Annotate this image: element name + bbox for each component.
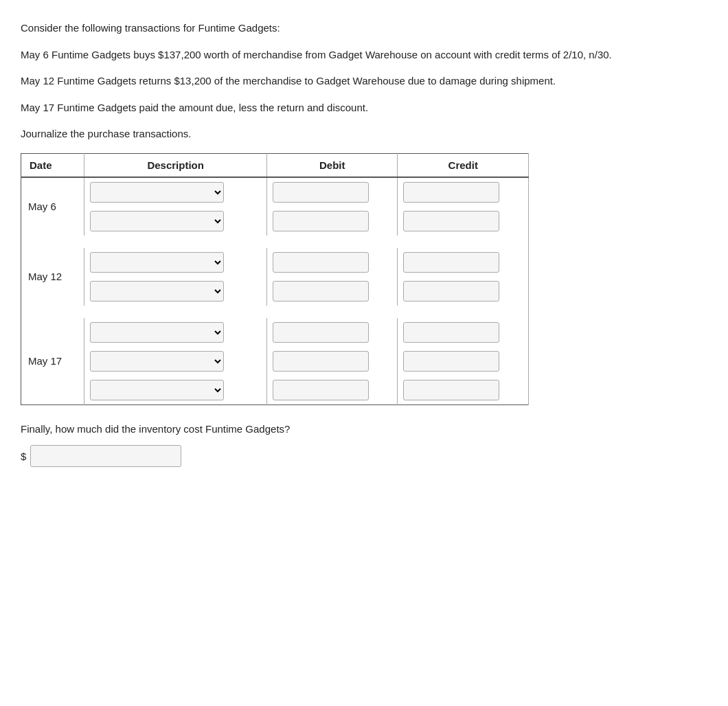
desc-cell [84, 207, 267, 236]
final-question: Finally, how much did the inventory cost… [21, 422, 707, 437]
credit-cell-may17-row1 [398, 318, 529, 347]
desc-select-may12-row1[interactable] [90, 252, 224, 273]
col-header-date: Date [21, 153, 84, 177]
credit-input-may6-row2[interactable] [403, 211, 499, 231]
debit-input-may6-row1[interactable] [273, 182, 369, 203]
table-row: May 6 [21, 177, 529, 207]
group-spacer [21, 306, 529, 318]
table-row: May 12 [21, 248, 529, 277]
credit-input-may17-row3[interactable] [403, 380, 499, 400]
desc-cell [84, 347, 267, 376]
col-header-credit: Credit [398, 153, 529, 177]
debit-input-may17-row2[interactable] [273, 351, 369, 372]
desc-cell [84, 248, 267, 277]
date-may12: May 12 [21, 248, 84, 306]
desc-select-may6-row2[interactable] [90, 211, 224, 231]
intro-line4: May 17 Funtime Gadgets paid the amount d… [21, 100, 707, 116]
col-header-description: Description [84, 153, 267, 177]
desc-cell [84, 376, 267, 405]
desc-select-may12-row2[interactable] [90, 281, 224, 301]
intro-line3: May 12 Funtime Gadgets returns $13,200 o… [21, 73, 707, 89]
table-row [21, 277, 529, 306]
desc-cell [84, 277, 267, 306]
table-row: May 17 [21, 318, 529, 347]
intro-line1: Consider the following transactions for … [21, 21, 707, 36]
debit-cell-may17-row3 [266, 376, 398, 405]
cost-input[interactable] [30, 445, 181, 467]
debit-cell-may6-row2 [266, 207, 398, 236]
desc-select-may17-row3[interactable] [90, 380, 224, 400]
table-row [21, 347, 529, 376]
date-may17: May 17 [21, 318, 84, 405]
intro-line2: May 6 Funtime Gadgets buys $137,200 wort… [21, 47, 707, 63]
journal-table: Date Description Debit Credit May 6 [21, 153, 529, 405]
desc-select-may17-row1[interactable] [90, 322, 224, 343]
date-may6: May 6 [21, 177, 84, 236]
credit-cell-may6-row2 [398, 207, 529, 236]
credit-input-may17-row1[interactable] [403, 322, 499, 343]
group-spacer [21, 236, 529, 248]
debit-input-may17-row1[interactable] [273, 322, 369, 343]
debit-cell-may12-row1 [266, 248, 398, 277]
credit-cell-may17-row2 [398, 347, 529, 376]
credit-cell-may12-row2 [398, 277, 529, 306]
desc-select-may17-row2[interactable] [90, 351, 224, 372]
debit-input-may12-row1[interactable] [273, 252, 369, 273]
desc-cell [84, 318, 267, 347]
debit-input-may6-row2[interactable] [273, 211, 369, 231]
credit-input-may12-row2[interactable] [403, 281, 499, 301]
credit-cell-may12-row1 [398, 248, 529, 277]
desc-cell [84, 177, 267, 207]
final-section: Finally, how much did the inventory cost… [21, 422, 707, 468]
dollar-sign: $ [21, 451, 26, 462]
debit-cell-may6-row1 [266, 177, 398, 207]
intro-line5: Journalize the purchase transactions. [21, 126, 707, 142]
col-header-debit: Debit [266, 153, 398, 177]
credit-input-may12-row1[interactable] [403, 252, 499, 273]
debit-cell-may12-row2 [266, 277, 398, 306]
debit-input-may17-row3[interactable] [273, 380, 369, 400]
debit-cell-may17-row2 [266, 347, 398, 376]
debit-cell-may17-row1 [266, 318, 398, 347]
table-row [21, 376, 529, 405]
desc-select-may6-row1[interactable] [90, 182, 224, 203]
credit-input-may17-row2[interactable] [403, 351, 499, 372]
credit-cell-may17-row3 [398, 376, 529, 405]
table-row [21, 207, 529, 236]
credit-cell-may6-row1 [398, 177, 529, 207]
debit-input-may12-row2[interactable] [273, 281, 369, 301]
cost-row: $ [21, 445, 707, 467]
credit-input-may6-row1[interactable] [403, 182, 499, 203]
